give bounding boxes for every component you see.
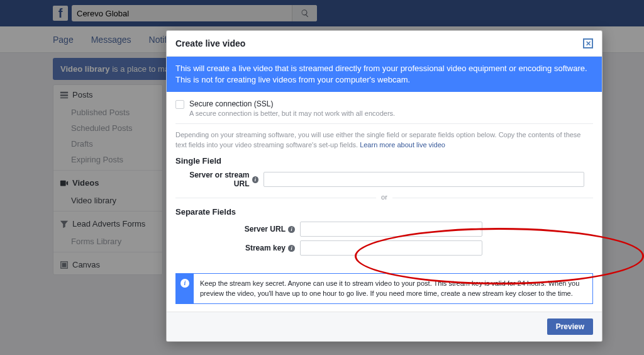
stream-key-callout: i Keep the stream key secret. Anyone can… [175,273,593,304]
separate-fields-title: Separate Fields [175,207,593,217]
ssl-row: Secure connection (SSL) A secure connect… [175,99,593,124]
modal-footer: Preview [167,312,602,341]
server-url-row: Server URL i [212,222,593,237]
server-or-stream-url-label: Server or stream URL i [175,171,264,188]
server-url-input[interactable] [300,222,482,237]
single-field-row: Server or stream URL i [175,171,593,188]
callout-text: Keep the stream key secret. Anyone can u… [194,274,592,303]
close-button[interactable]: ✕ [583,38,593,48]
server-url-label: Server URL i [212,225,300,234]
modal-header: Create live video ✕ [167,31,602,57]
info-icon[interactable]: i [288,226,295,233]
modal-body: Secure connection (SSL) A secure connect… [167,92,602,267]
ssl-hint: A secure connection is better, but it ma… [189,110,395,117]
stream-key-label: Stream key i [212,244,300,252]
instructions-text: Depending on your streaming software, yo… [175,130,593,150]
stream-key-input[interactable] [300,240,482,256]
info-icon: i [180,279,189,288]
info-icon[interactable]: i [288,245,295,252]
or-divider: or [175,193,593,202]
stream-key-row: Stream key i [212,240,593,256]
info-icon[interactable]: i [252,176,258,183]
modal-banner: This will create a live video that is st… [167,57,602,92]
modal-title: Create live video [175,38,245,48]
learn-more-link[interactable]: Learn more about live video [360,141,445,149]
create-live-video-modal: Create live video ✕ This will create a l… [166,30,602,342]
preview-button[interactable]: Preview [547,318,593,335]
single-field-title: Single Field [175,156,593,166]
server-or-stream-url-input[interactable] [264,172,584,187]
ssl-label: Secure connection (SSL) [189,99,395,108]
ssl-checkbox[interactable] [175,100,184,109]
